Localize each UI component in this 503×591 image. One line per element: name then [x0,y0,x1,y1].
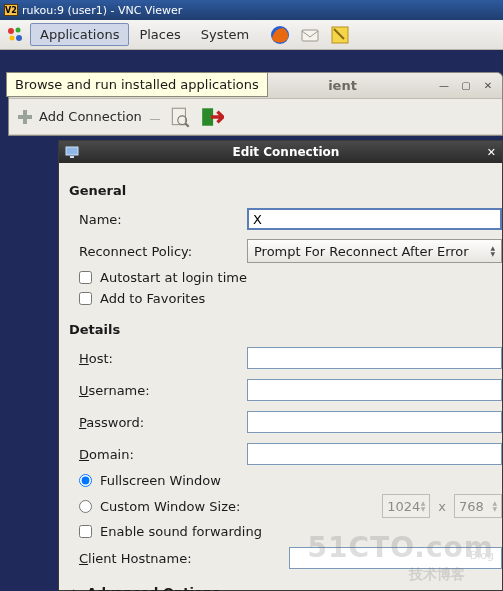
advanced-options-expander[interactable]: ▷ Advanced Options [69,585,502,591]
password-input[interactable] [247,411,502,433]
sound-label: Enable sound forwarding [100,524,262,539]
svg-point-3 [16,35,22,41]
add-connection-button[interactable]: Add Connection [17,109,142,125]
menu-applications[interactable]: Applications [30,23,129,46]
monitor-icon [65,145,79,159]
vnc-title: rukou:9 (user1) - VNC Viewer [22,4,182,17]
host-label: Host: [69,351,247,366]
menu-places[interactable]: Places [129,23,190,46]
name-label: Name: [69,212,247,227]
applications-tooltip: Browse and run installed applications [6,72,268,97]
dialog-title: Edit Connection [85,145,487,159]
gnome-foot-icon [6,26,24,44]
gnome-menubar: Applications Places System [0,20,503,50]
client-hostname-input[interactable] [289,547,502,569]
desktop: Applications Places System Browse and ru… [0,20,503,591]
section-details: Details [69,322,502,337]
favorites-label: Add to Favorites [100,291,205,306]
username-label: Username: [69,383,247,398]
reconnect-policy-label: Reconnect Policy: [69,244,247,259]
minimize-button[interactable]: — [436,79,452,93]
plus-icon [17,109,33,125]
autostart-label: Autostart at login time [100,270,247,285]
custom-size-radio[interactable] [79,500,92,513]
menu-system[interactable]: System [191,23,259,46]
client-window-title: ient [255,78,430,93]
close-button[interactable]: ✕ [480,79,496,93]
edit-connection-dialog: Edit Connection ✕ General Name: Reconnec… [58,140,503,591]
advanced-options-label: Advanced Options [87,585,220,591]
autostart-checkbox[interactable] [79,271,92,284]
add-connection-label: Add Connection [39,109,142,124]
dialog-close-icon[interactable]: ✕ [487,146,496,159]
host-input[interactable] [247,347,502,369]
svg-line-11 [185,123,188,126]
custom-size-label: Custom Window Size: [100,499,240,514]
svg-point-1 [16,27,21,32]
height-stepper[interactable]: 768▲▼ [454,494,502,518]
username-input[interactable] [247,379,502,401]
svg-rect-5 [302,30,318,41]
section-general: General [69,183,502,198]
dialog-titlebar[interactable]: Edit Connection ✕ [59,141,502,163]
svg-rect-13 [66,147,78,155]
dialog-body: General Name: Reconnect Policy: Prompt F… [59,163,502,591]
size-x-label: x [438,499,446,514]
vnc-icon: V2 [4,4,18,16]
firefox-icon[interactable] [269,24,291,46]
password-label: Password: [69,415,247,430]
fullscreen-label: Fullscreen Window [100,473,221,488]
vnc-titlebar: V2 rukou:9 (user1) - VNC Viewer [0,0,503,20]
domain-input[interactable] [247,443,502,465]
favorites-checkbox[interactable] [79,292,92,305]
fullscreen-radio[interactable] [79,474,92,487]
search-document-icon[interactable] [168,105,192,129]
svg-point-0 [8,28,14,34]
svg-rect-14 [70,156,74,158]
sound-checkbox[interactable] [79,525,92,538]
maximize-button[interactable]: ▢ [458,79,474,93]
notes-icon[interactable] [329,24,351,46]
name-input[interactable] [247,208,502,230]
mail-icon[interactable] [299,24,321,46]
svg-point-2 [10,35,15,40]
reconnect-policy-combobox[interactable]: Prompt For Reconnect After Error ▲▼ [247,239,502,263]
client-toolbar: Add Connection [9,99,502,135]
domain-label: Domain: [69,447,247,462]
toolbar-divider [150,114,160,120]
exit-icon[interactable] [200,105,224,129]
svg-rect-8 [18,115,32,119]
triangle-right-icon: ▷ [73,587,81,591]
client-hostname-label: Client Hostname: [69,551,289,566]
reconnect-policy-value: Prompt For Reconnect After Error [254,244,469,259]
width-stepper[interactable]: 1024▲▼ [382,494,430,518]
combo-spinner-icon: ▲▼ [490,245,495,257]
